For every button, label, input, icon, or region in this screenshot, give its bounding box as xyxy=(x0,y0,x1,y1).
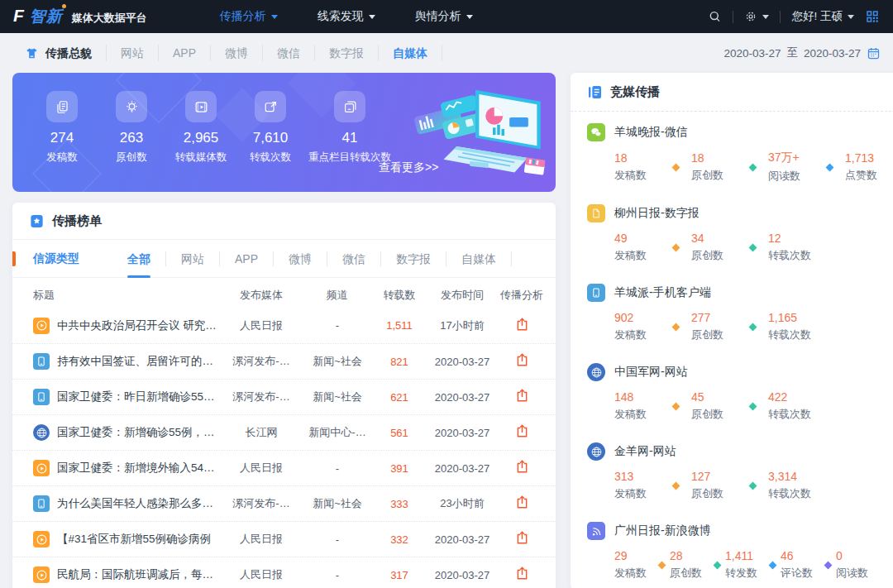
table-row[interactable]: 为什么美国年轻人感染那么多? … 漯河发布-… 新闻~社会 333 23小时前 xyxy=(12,485,556,521)
topbar-right: 您好! 王硕 xyxy=(708,9,880,24)
filter-tab[interactable]: 数字报 xyxy=(381,251,446,266)
stat-label: 评论数 xyxy=(781,566,820,581)
table-row[interactable]: 国家卫健委：新增确诊55例，其… 长江网 新闻中心-… 561 2020-03-… xyxy=(12,414,556,450)
subnav-tab[interactable]: 数字报 xyxy=(315,45,379,61)
analysis-button[interactable] xyxy=(514,530,530,546)
see-more-link[interactable]: 查看更多>> xyxy=(379,160,438,175)
app-icon xyxy=(33,495,50,512)
filter-tab[interactable]: 微信 xyxy=(327,251,381,266)
stat-value: 41 xyxy=(305,130,394,146)
publish-time: 17小时前 xyxy=(425,318,499,333)
stat: 127 原创数 xyxy=(691,470,738,501)
date-start: 2020-03-27 xyxy=(723,47,781,60)
stack-icon xyxy=(334,91,365,122)
table-row[interactable]: 民航局：国际航班调减后，每天… 人民日报 - 317 2020-03-27 xyxy=(12,557,556,588)
subnav-tab[interactable]: APP xyxy=(159,45,211,61)
stat-value: 277 xyxy=(691,311,738,324)
stat: 28 原创数 xyxy=(670,549,709,581)
subnav-tab[interactable]: 微博 xyxy=(211,45,263,61)
filter-tab[interactable]: 微博 xyxy=(274,251,327,266)
search-icon[interactable] xyxy=(708,10,722,24)
stat-label: 阅读数 xyxy=(836,566,876,581)
article-title[interactable]: 持有效中国签证、居留许可的外… xyxy=(57,354,217,369)
subnav-tab[interactable]: 传播总貌 xyxy=(12,45,107,61)
article-title[interactable]: 国家卫健委：新增确诊55例，其… xyxy=(57,425,217,440)
analysis-button[interactable] xyxy=(514,352,530,368)
settings-button[interactable] xyxy=(744,10,769,23)
analysis-button[interactable] xyxy=(514,459,530,475)
column-header: 转载数 xyxy=(374,288,425,303)
table-body: 中共中央政治局召开会议 研究部署 人民日报 - 1,511 17小时前 持有效中… xyxy=(12,308,556,588)
user-menu[interactable]: 您好! 王硕 xyxy=(791,9,854,24)
main: 274 发稿数 263 原创数 2,965 转载媒体数 7,610 转载次数 4… xyxy=(0,73,893,588)
analysis-button[interactable] xyxy=(514,317,530,332)
stat-value: 28 xyxy=(670,549,709,562)
competitor-stats: 313 发稿数 127 原创数 3,314 转载次数 xyxy=(614,470,891,501)
article-title[interactable]: 国家卫健委：昨日新增确诊55例… xyxy=(57,390,217,404)
table-row[interactable]: 【#31省区市新增55例确诊病例 人民日报 - 332 2020-03-27 xyxy=(12,521,556,557)
stat-label: 原创数 xyxy=(670,566,709,581)
analysis-button[interactable] xyxy=(514,566,530,581)
article-title[interactable]: 【#31省区市新增55例确诊病例 xyxy=(57,532,211,547)
stat-label: 转载次数 xyxy=(236,151,305,164)
analysis-button[interactable] xyxy=(514,388,530,404)
filter-tab[interactable]: 自媒体 xyxy=(446,251,512,266)
competitor-item[interactable]: 柳州日报-数字报 49 发稿数 34 原创数 12 转载次数 xyxy=(571,193,893,272)
competitor-item[interactable]: 金羊网-网站 313 发稿数 127 原创数 3,314 转载次数 xyxy=(571,431,893,510)
article-title[interactable]: 中共中央政治局召开会议 研究部署 xyxy=(57,318,217,333)
analysis-button[interactable] xyxy=(514,423,530,439)
top-nav-item[interactable]: 线索发现 xyxy=(298,0,395,33)
banner-stat: 41 重点栏目转载次数 xyxy=(305,91,394,164)
stat-label: 点赞数 xyxy=(845,168,891,183)
qr-code-icon[interactable] xyxy=(865,9,880,24)
article-title[interactable]: 民航局：国际航班调减后，每天… xyxy=(57,567,217,582)
repost-count: 821 xyxy=(374,356,425,368)
page: F 智新 媒体大数据平台 传播分析 线索发现 舆情分析 您好! 王硕 xyxy=(0,0,893,588)
calendar-icon[interactable] xyxy=(867,46,881,60)
diamond-separator xyxy=(672,402,680,410)
competitor-item[interactable]: 羊城晚报-微信 18 发稿数 18 原创数 37万+ 阅读数 1,713 点赞数 xyxy=(571,112,893,193)
diamond-separator xyxy=(672,481,680,490)
channel: - xyxy=(301,569,374,581)
competitor-list-icon xyxy=(587,84,603,100)
stat-value: 148 xyxy=(614,390,661,404)
table-row[interactable]: 持有效中国签证、居留许可的外… 漯河发布-… 新闻~社会 821 2020-03… xyxy=(12,343,556,379)
article-title[interactable]: 为什么美国年轻人感染那么多? … xyxy=(57,496,217,511)
column-header: 发布媒体 xyxy=(222,288,301,303)
article-title[interactable]: 国家卫健委：新增境外输入54例 … xyxy=(57,461,217,476)
stat-label: 发稿数 xyxy=(27,151,97,164)
diamond-separator xyxy=(672,163,680,171)
subnav-tab[interactable]: 自媒体 xyxy=(379,45,442,61)
subnav-tab[interactable]: 微信 xyxy=(263,45,315,61)
filter-row: 信源类型 全部 网站 APP 微博 微信 数字报 自媒体 xyxy=(12,240,556,278)
video-icon xyxy=(185,91,217,122)
competitor-item[interactable]: 中国军网-网站 148 发稿数 45 原创数 422 转载次数 xyxy=(571,351,893,431)
competitor-stats: 29 发稿数 28 原创数 1,411 转发数 46 评论数 0 阅读数 xyxy=(614,549,891,581)
analysis-button[interactable] xyxy=(514,495,530,510)
repost-count: 391 xyxy=(374,462,425,475)
stat-value: 18 xyxy=(691,151,738,165)
media-name: 中国军网-网站 xyxy=(614,365,688,380)
filter-tab[interactable]: 全部 xyxy=(112,251,166,266)
top-nav-item[interactable]: 传播分析 xyxy=(200,0,298,33)
stat-value: 2,965 xyxy=(166,130,236,146)
table-row[interactable]: 国家卫健委：昨日新增确诊55例… 漯河发布-… 新闻~社会 621 2020-0… xyxy=(12,379,556,414)
stat: 3,314 转载次数 xyxy=(768,470,814,501)
stat-value: 7,610 xyxy=(236,130,305,146)
subnav-tab[interactable]: 网站 xyxy=(107,45,159,61)
repost-count: 561 xyxy=(374,427,425,439)
source-type-label[interactable]: 信源类型 xyxy=(33,251,79,266)
top-nav-item[interactable]: 舆情分析 xyxy=(395,0,493,33)
table-row[interactable]: 中共中央政治局召开会议 研究部署 人民日报 - 1,511 17小时前 xyxy=(12,308,556,343)
stat: 45 原创数 xyxy=(691,390,738,422)
stat-label: 发稿数 xyxy=(614,168,661,183)
date-range-picker[interactable]: 2020-03-27 至 2020-03-27 xyxy=(723,45,881,60)
filter-tab[interactable]: APP xyxy=(220,251,274,266)
filter-tab[interactable]: 网站 xyxy=(166,251,220,266)
publish-media: 漯河发布-… xyxy=(222,390,301,404)
publish-media: 人民日报 xyxy=(222,532,301,547)
docs-icon xyxy=(46,91,78,122)
competitor-item[interactable]: 羊城派-手机客户端 902 发稿数 277 原创数 1,165 转载次数 xyxy=(571,272,893,351)
table-row[interactable]: 国家卫健委：新增境外输入54例 … 人民日报 - 391 2020-03-27 xyxy=(12,450,556,485)
competitor-item[interactable]: 广州日报-新浪微博 29 发稿数 28 原创数 1,411 转发数 46 评论数… xyxy=(571,510,893,588)
